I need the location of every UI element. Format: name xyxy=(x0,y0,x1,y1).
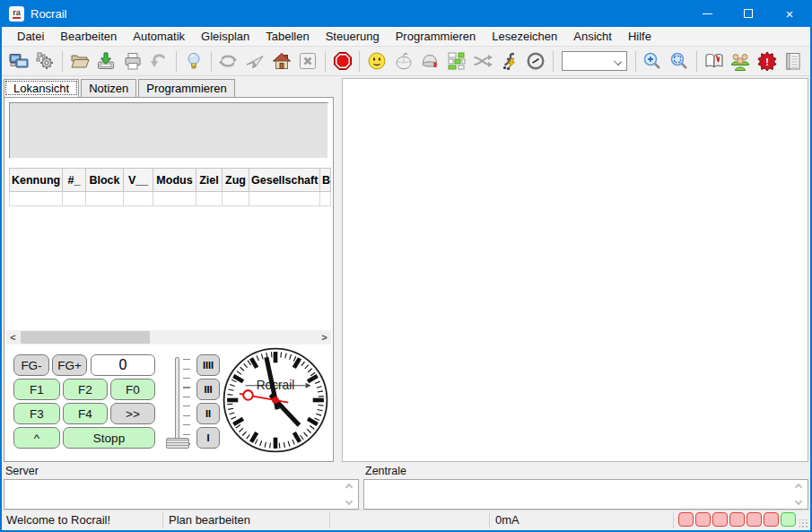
toolbar-separator xyxy=(325,51,326,72)
col-v[interactable]: V__ xyxy=(124,169,153,192)
plan-canvas[interactable] xyxy=(342,78,808,462)
scroll-down-icon xyxy=(795,498,802,505)
resize-grip-icon[interactable] xyxy=(799,519,808,528)
level-4-button[interactable]: IIII xyxy=(196,354,220,376)
io-row: Server Zentrale xyxy=(2,464,810,510)
save-button[interactable] xyxy=(94,49,119,74)
menu-steuerung[interactable]: Steuerung xyxy=(318,28,388,45)
print-icon xyxy=(123,51,143,71)
fg-plus-button[interactable]: FG+ xyxy=(52,354,87,376)
menu-gleisplan[interactable]: Gleisplan xyxy=(193,28,258,45)
menu-ansicht[interactable]: Ansicht xyxy=(565,28,620,45)
close-plan-button[interactable] xyxy=(295,49,320,74)
tab-notizen[interactable]: Notizen xyxy=(81,79,136,97)
users-group-icon xyxy=(730,51,750,71)
toolbar-separator xyxy=(62,51,63,72)
f3-button[interactable]: F3 xyxy=(13,403,60,424)
auto-loop-button[interactable] xyxy=(216,49,241,74)
server-label: Server xyxy=(4,465,359,479)
loco-combobox-input[interactable] xyxy=(565,53,612,69)
f4-button[interactable]: F4 xyxy=(63,403,108,424)
edit-plan-button[interactable] xyxy=(242,49,267,74)
toolbar-separator xyxy=(553,51,554,72)
fast-clock-button[interactable] xyxy=(523,49,548,74)
col-kennung[interactable]: Kennung xyxy=(10,169,63,192)
mouse-control-button[interactable] xyxy=(391,49,416,74)
users-group-button[interactable] xyxy=(728,49,753,74)
f0-button[interactable]: F0 xyxy=(110,379,155,400)
status-divider xyxy=(489,512,490,528)
driver-cab-button[interactable] xyxy=(417,49,442,74)
home-button[interactable] xyxy=(269,49,294,74)
col-zug[interactable]: Zug xyxy=(223,169,249,192)
col-ziel[interactable]: Ziel xyxy=(196,169,223,192)
zentrale-trace[interactable] xyxy=(363,479,808,510)
alerts-button[interactable]: ! xyxy=(755,49,780,74)
toolbar-separator xyxy=(696,51,697,72)
scroll-up-icon xyxy=(795,484,802,491)
open-folder-icon xyxy=(70,51,90,71)
scrollbar-thumb[interactable] xyxy=(21,331,150,344)
tab-lokansicht[interactable]: Lokansicht xyxy=(4,79,79,97)
server-trace[interactable] xyxy=(4,479,359,510)
bookmarks-book-button[interactable] xyxy=(702,49,727,74)
menu-lesezeichen[interactable]: Lesezeichen xyxy=(484,28,565,45)
fn-shift-button[interactable]: >> xyxy=(110,403,155,424)
slider-thumb[interactable] xyxy=(166,438,189,449)
menu-datei[interactable]: Datei xyxy=(9,28,52,45)
speed-slider[interactable] xyxy=(171,355,195,449)
power-lamp-button[interactable] xyxy=(181,49,206,74)
col-block[interactable]: Block xyxy=(86,169,124,192)
minimize-button[interactable] xyxy=(686,0,728,27)
level-2-button[interactable]: II xyxy=(196,403,220,424)
loco-combobox[interactable] xyxy=(562,51,627,71)
col-gesellschaft[interactable]: Gesellschaft xyxy=(249,169,320,192)
scroll-right-icon[interactable]: > xyxy=(318,332,331,343)
zoom-reset-button[interactable] xyxy=(667,49,692,74)
level-3-button[interactable]: III xyxy=(196,379,220,400)
maximize-button[interactable] xyxy=(728,0,769,27)
notes-list-button[interactable] xyxy=(781,49,806,74)
zoom-in-button[interactable] xyxy=(641,49,666,74)
menu-hilfe[interactable]: Hilfe xyxy=(620,28,659,45)
close-plan-icon xyxy=(298,51,318,71)
speed-input[interactable] xyxy=(91,354,155,376)
fg-minus-button[interactable]: FG- xyxy=(13,354,49,376)
svg-text:!: ! xyxy=(765,57,769,67)
open-folder-button[interactable] xyxy=(67,49,92,74)
undo-button[interactable] xyxy=(147,49,172,74)
undo-icon xyxy=(149,51,169,71)
layout-blocks-icon xyxy=(447,51,467,71)
booster-power-button[interactable] xyxy=(497,49,522,74)
col-b[interactable]: B xyxy=(320,169,331,192)
zentrale-trace-scroll[interactable] xyxy=(792,482,805,507)
zoom-reset-icon xyxy=(669,51,689,71)
menu-automatik[interactable]: Automatik xyxy=(125,28,193,45)
settings-button[interactable] xyxy=(33,49,58,74)
f2-button[interactable]: F2 xyxy=(63,379,108,400)
close-button[interactable]: × xyxy=(769,0,810,27)
level-1-button[interactable]: I xyxy=(196,427,220,449)
col-address[interactable]: #_ xyxy=(63,169,86,192)
direction-button[interactable]: ^ xyxy=(13,427,60,449)
scroll-left-icon[interactable]: < xyxy=(6,332,20,343)
home-icon xyxy=(272,51,292,71)
menu-bearbeiten[interactable]: Bearbeiten xyxy=(52,28,125,45)
server-trace-scroll[interactable] xyxy=(343,482,355,507)
print-button[interactable] xyxy=(120,49,145,74)
horizontal-scrollbar[interactable]: < > xyxy=(6,330,331,344)
col-modus[interactable]: Modus xyxy=(153,169,196,192)
slider-track xyxy=(175,357,179,445)
loco-table: Kennung #_ Block V__ Modus Ziel Zug Gese… xyxy=(9,168,331,206)
smiley-button[interactable] xyxy=(364,49,389,74)
routes-shuffle-button[interactable] xyxy=(470,49,495,74)
menu-programmieren[interactable]: Programmieren xyxy=(388,28,485,45)
stop-button[interactable]: Stopp xyxy=(63,427,155,449)
scroll-up-icon xyxy=(345,484,353,491)
layout-blocks-button[interactable] xyxy=(444,49,469,74)
workstation-button[interactable] xyxy=(6,49,31,74)
emergency-stop-button[interactable] xyxy=(330,49,355,74)
menu-tabellen[interactable]: Tabellen xyxy=(258,28,317,45)
tab-programmieren[interactable]: Programmieren xyxy=(138,79,235,97)
f1-button[interactable]: F1 xyxy=(13,379,60,400)
